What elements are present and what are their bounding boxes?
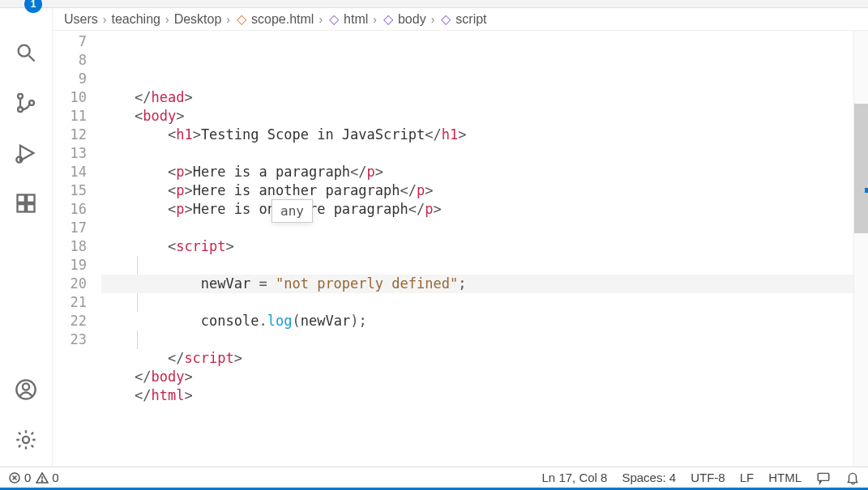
code-line[interactable] (101, 293, 853, 312)
line-number: 11 (53, 107, 87, 126)
symbol-icon: ◇ (327, 13, 340, 26)
svg-point-0 (19, 45, 30, 57)
extensions-icon[interactable] (12, 190, 40, 217)
code-line[interactable]: <p>Here is another paragraph</p> (101, 181, 853, 200)
svg-point-6 (16, 157, 22, 163)
line-number: 16 (53, 200, 87, 219)
notifications-bell-icon[interactable] (845, 471, 860, 485)
line-number: 10 (53, 88, 87, 107)
code-line[interactable]: <body> (101, 107, 853, 126)
chevron-right-icon: › (373, 13, 377, 26)
code-line[interactable] (101, 144, 853, 163)
line-number: 14 (53, 163, 87, 181)
settings-gear-icon[interactable] (12, 426, 40, 454)
code-line[interactable]: <p>Here is one more paragraph</p> (101, 200, 853, 219)
code-line[interactable] (101, 256, 853, 275)
svg-rect-10 (27, 204, 34, 211)
symbol-icon: ◇ (439, 13, 452, 26)
scrollbar[interactable] (853, 31, 868, 467)
line-number: 8 (53, 51, 87, 70)
code-line[interactable]: <p>Here is a paragraph</p> (101, 163, 853, 181)
warning-triangle-icon (36, 471, 49, 484)
line-number: 15 (53, 181, 87, 200)
svg-point-18 (42, 480, 43, 481)
code-line[interactable]: console.log(newVar); (101, 312, 853, 330)
problems-errors[interactable]: 0 (8, 471, 31, 484)
problems-warnings[interactable]: 0 (36, 471, 58, 484)
code-line[interactable]: <script> (101, 237, 853, 256)
line-number: 13 (53, 144, 87, 163)
code-line[interactable]: </html> (101, 386, 853, 405)
breadcrumb[interactable]: Users › teaching › Desktop › ◇ scope.htm… (53, 8, 868, 31)
error-circle-icon (8, 471, 21, 484)
svg-point-2 (18, 94, 23, 99)
line-number: 19 (53, 256, 87, 275)
chevron-right-icon: › (319, 13, 323, 26)
symbol-icon: ◇ (382, 13, 395, 26)
line-number: 20 (53, 275, 87, 293)
svg-rect-8 (27, 195, 34, 202)
line-number: 23 (53, 330, 87, 349)
file-html-icon: ◇ (235, 13, 248, 26)
cursor-position[interactable]: Ln 17, Col 8 (542, 471, 608, 484)
code-line[interactable]: newVar = "not properly defined"; (101, 275, 853, 293)
status-error-count: 0 (24, 471, 31, 484)
chevron-right-icon: › (226, 13, 230, 26)
indentation[interactable]: Spaces: 4 (622, 471, 676, 484)
line-number: 18 (53, 237, 87, 256)
breadcrumb-item[interactable]: ◇ script (439, 12, 486, 27)
run-debug-icon[interactable] (12, 139, 40, 167)
breadcrumb-item[interactable]: Desktop (174, 12, 222, 27)
svg-rect-7 (18, 195, 25, 202)
breadcrumb-item[interactable]: ◇ body (382, 12, 426, 27)
type-hover-tooltip: any (272, 199, 313, 223)
code-editor[interactable]: 7891011121314151617181920212223 </head> … (53, 31, 868, 467)
chevron-right-icon: › (103, 13, 107, 26)
code-line[interactable]: <h1>Testing Scope in JavaScript</h1> (101, 126, 853, 144)
code-line[interactable]: </head> (101, 88, 853, 107)
svg-rect-9 (18, 204, 25, 211)
status-bar: 0 0 Ln 17, Col 8 Spaces: 4 UTF-8 LF HTML (0, 467, 868, 488)
breadcrumb-item[interactable]: teaching (111, 12, 160, 27)
language-mode[interactable]: HTML (768, 471, 802, 484)
source-control-icon[interactable] (12, 89, 40, 117)
breadcrumb-item[interactable]: Users (64, 12, 98, 27)
svg-point-12 (23, 383, 29, 390)
eol[interactable]: LF (740, 471, 755, 484)
status-warning-count: 0 (52, 471, 58, 484)
search-icon[interactable] (12, 39, 40, 66)
activity-bar (0, 8, 53, 467)
line-number: 21 (53, 293, 87, 312)
accounts-icon[interactable] (12, 376, 40, 403)
feedback-icon[interactable] (816, 471, 831, 485)
code-line[interactable]: </body> (101, 368, 853, 386)
scrollbar-thumb[interactable] (854, 104, 868, 233)
code-content[interactable]: </head> <body> <h1>Testing Scope in Java… (101, 31, 853, 467)
line-number: 12 (53, 126, 87, 144)
chevron-right-icon: › (165, 13, 169, 26)
svg-rect-19 (818, 473, 829, 480)
svg-point-13 (23, 437, 29, 443)
breadcrumb-item[interactable]: ◇ html (327, 12, 368, 27)
encoding[interactable]: UTF-8 (691, 471, 725, 484)
line-number: 17 (53, 219, 87, 237)
cursor-marker (865, 188, 868, 193)
line-number: 22 (53, 312, 87, 330)
svg-point-3 (18, 107, 23, 112)
breadcrumb-item[interactable]: ◇ scope.html (235, 12, 314, 27)
line-number-gutter: 7891011121314151617181920212223 (53, 31, 101, 467)
line-number: 7 (53, 32, 87, 51)
code-line[interactable] (101, 330, 853, 349)
svg-line-1 (29, 56, 35, 62)
code-line[interactable]: </script> (101, 349, 853, 368)
code-line[interactable] (101, 219, 853, 237)
chevron-right-icon: › (431, 13, 435, 26)
tab-bar[interactable]: 1 (0, 0, 868, 8)
line-number: 9 (53, 70, 87, 88)
